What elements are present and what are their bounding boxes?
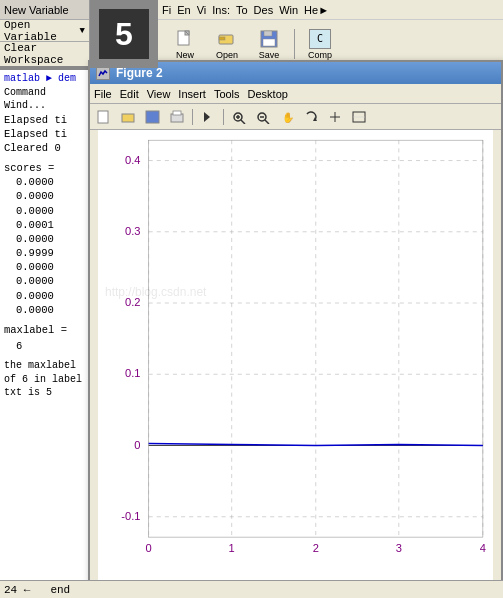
figure2-toolbar: ✋ (90, 104, 501, 130)
scores-v2: 0.0000 (4, 189, 85, 203)
fig-menu-file[interactable]: File (94, 88, 112, 100)
fig-tb-brush[interactable] (348, 107, 370, 127)
fig-tb-zoom-out[interactable] (252, 107, 274, 127)
fig-tb-print[interactable] (166, 107, 188, 127)
path-preview: matlab ► dem (4, 72, 85, 86)
save-icon (258, 29, 280, 49)
scores-label: scores = (4, 161, 85, 175)
svg-rect-11 (146, 111, 159, 123)
matlab-menubar: Fi En Vi Ins: To Des Win He► (158, 0, 503, 20)
open-variable-label: Open Variable (4, 19, 78, 43)
fig-tb-zoom-in[interactable] (228, 107, 250, 127)
fig-tb-pan[interactable]: ✋ (276, 107, 298, 127)
fig-tb-rotate[interactable] (300, 107, 322, 127)
svg-text:0: 0 (134, 439, 140, 451)
cmd-window-label: Command Wind... (4, 86, 85, 113)
svg-line-16 (241, 120, 245, 124)
fig-tb-sep1 (192, 109, 193, 125)
menu-en[interactable]: En (177, 4, 190, 16)
menu-he[interactable]: He► (304, 4, 329, 16)
svg-text:0.3: 0.3 (125, 225, 140, 237)
svg-marker-14 (204, 112, 210, 122)
open-icon (216, 29, 238, 49)
fig-tb-new[interactable] (94, 107, 116, 127)
status-bar: 24 ← end (0, 580, 503, 598)
svg-line-20 (265, 120, 269, 124)
menu-vi[interactable]: Vi (197, 4, 207, 16)
scores-v3: 0.0000 (4, 204, 85, 218)
cleared-text: Cleared 0 (4, 142, 61, 154)
figure2-icon (96, 66, 110, 80)
status-right: end (50, 584, 70, 596)
new-btn[interactable]: New (166, 24, 204, 64)
svg-rect-7 (263, 39, 275, 46)
svg-rect-13 (173, 111, 181, 115)
figure2-plot-svg: 0.4 0.3 0.2 0.1 0 -0.1 0 1 2 3 4 (98, 130, 493, 588)
save-label: Save (259, 50, 280, 60)
thumbnail-digit: 5 (99, 9, 149, 59)
fig-menu-view[interactable]: View (147, 88, 171, 100)
menu-fi[interactable]: Fi (162, 4, 171, 16)
left-panel: New Variable Open Variable ▼ Clear Works… (0, 0, 90, 598)
open-variable-button[interactable]: Open Variable ▼ (0, 20, 89, 42)
fig-menu-tools[interactable]: Tools (214, 88, 240, 100)
svg-rect-9 (98, 111, 108, 123)
comp-icon: C (309, 29, 331, 49)
open-btn[interactable]: Open (208, 24, 246, 64)
comp-btn[interactable]: C Comp (301, 24, 339, 64)
status-left: 24 ← (4, 584, 30, 596)
save-btn[interactable]: Save (250, 24, 288, 64)
scores-v8: 0.0000 (4, 274, 85, 288)
elapsed-1: Elapsed ti (4, 113, 85, 127)
svg-text:0: 0 (146, 542, 152, 554)
thumbnail-preview: 5 (90, 0, 158, 68)
svg-text:3: 3 (396, 542, 402, 554)
matlab-toolbar: Fi En Vi Ins: To Des Win He► New Open (158, 0, 503, 68)
final-line: the maxlabel of 6 in label txt is 5 (4, 359, 85, 400)
elapsed-2: Elapsed ti (4, 127, 85, 141)
fig-menu-edit[interactable]: Edit (120, 88, 139, 100)
svg-rect-6 (264, 31, 272, 36)
svg-text:-0.1: -0.1 (121, 510, 140, 522)
menu-ins[interactable]: Ins: (212, 4, 230, 16)
fig-tb-datacursor[interactable] (324, 107, 346, 127)
svg-text:1: 1 (229, 542, 235, 554)
svg-text:2: 2 (313, 542, 319, 554)
svg-text:0.2: 0.2 (125, 296, 140, 308)
fig-tb-save[interactable] (142, 107, 164, 127)
menu-des[interactable]: Des (254, 4, 274, 16)
new-label: New (176, 50, 194, 60)
fig-tb-sep2 (223, 109, 224, 125)
svg-rect-4 (219, 37, 225, 40)
scores-v10: 0.0000 (4, 303, 85, 317)
scores-v5: 0.0000 (4, 232, 85, 246)
toolbar-sep (294, 29, 295, 59)
fig-menu-insert[interactable]: Insert (178, 88, 206, 100)
menu-win[interactable]: Win (279, 4, 298, 16)
svg-text:0.4: 0.4 (125, 154, 140, 166)
scores-v4: 0.0001 (4, 218, 85, 232)
new-variable-button[interactable]: New Variable (0, 0, 89, 20)
scores-v7: 0.0000 (4, 260, 85, 274)
cleared-line: Cleared 0 (4, 141, 85, 155)
new-variable-label: New Variable (4, 4, 69, 16)
svg-text:0.1: 0.1 (125, 367, 140, 379)
scores-v1: 0.0000 (4, 175, 85, 189)
fig-tb-arrow[interactable] (197, 107, 219, 127)
svg-text:4: 4 (480, 542, 486, 554)
fig-tb-open[interactable] (118, 107, 140, 127)
figure2-title: Figure 2 (116, 66, 163, 80)
fig-menu-desktop[interactable]: Desktop (248, 88, 288, 100)
maxlabel-label: maxlabel = (4, 323, 85, 337)
svg-rect-10 (122, 114, 134, 122)
figure2-window: Figure 2 File Edit View Insert Tools Des… (88, 60, 503, 598)
scores-v9: 0.0000 (4, 289, 85, 303)
clear-workspace-label: Clear Workspace (4, 42, 85, 66)
open-variable-arrow: ▼ (80, 26, 85, 36)
new-icon (174, 29, 196, 49)
clear-workspace-button[interactable]: Clear Workspace (0, 42, 89, 68)
menu-to[interactable]: To (236, 4, 248, 16)
comp-label: Comp (308, 50, 332, 60)
svg-text:✋: ✋ (282, 111, 295, 124)
open-label: Open (216, 50, 238, 60)
